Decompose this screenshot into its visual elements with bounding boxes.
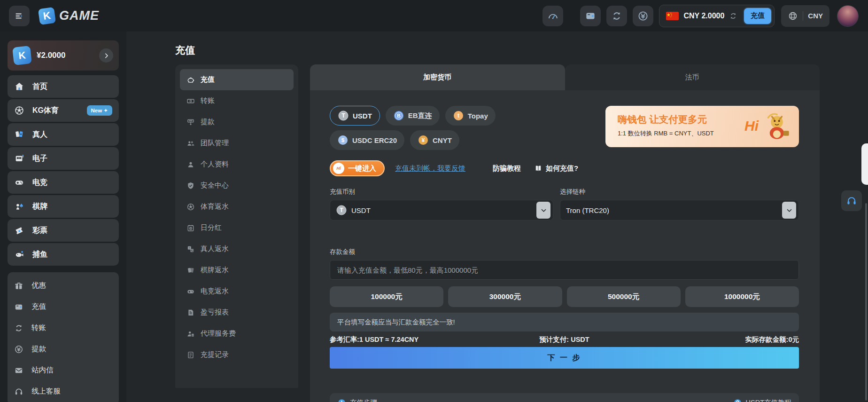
- one-click-enter-button[interactable]: Hi 一键进入: [330, 160, 385, 176]
- shield-check-icon: [186, 181, 195, 190]
- menu-item-security[interactable]: 安全中心: [180, 175, 294, 196]
- menu-item-withdraw[interactable]: 提款: [180, 111, 294, 133]
- channel-cnyt[interactable]: ¥ CNYT: [410, 130, 459, 150]
- sidebar-item-lottery[interactable]: 彩票: [8, 219, 119, 242]
- sidebar-item-transfer[interactable]: 转账: [8, 317, 119, 339]
- rate-row: 参考汇率:1 USDT ≈ 7.24CNY 预计支付: USDT 实际存款金额:…: [330, 335, 799, 344]
- language-selector[interactable]: CNY: [781, 5, 829, 27]
- sidebar-balance-amount: ¥2.0000: [37, 51, 93, 60]
- deposit-panel: 加密货币 法币 T USDT B EB直连: [310, 64, 820, 388]
- agent-icon: [186, 330, 195, 338]
- svg-text:T: T: [341, 112, 345, 119]
- quick-amount-300000[interactable]: 300000元: [448, 286, 562, 307]
- person-icon: [186, 160, 195, 169]
- hi-wallet-banner[interactable]: 嗨钱包 让支付更多元 1:1 数位转换 RMB = CNYT、USDT Hi: [605, 106, 799, 147]
- menu-item-transfer[interactable]: 转账: [180, 90, 294, 111]
- tab-crypto[interactable]: 加密货币: [310, 64, 565, 90]
- envelope-icon: [14, 366, 23, 375]
- sidebar-item-esports[interactable]: 电竞: [8, 171, 119, 194]
- menu-item-label: 个人资料: [201, 160, 229, 169]
- sidebar-item-label: 线上客服: [31, 386, 61, 396]
- topbar-deposit-button[interactable]: 充值: [744, 8, 771, 24]
- channel-usdc-erc20[interactable]: $ USDC ERC20: [330, 130, 404, 150]
- currency-tabs: 加密货币 法币: [310, 64, 820, 90]
- tab-fiat[interactable]: 法币: [565, 64, 820, 90]
- amount-input[interactable]: [330, 260, 799, 280]
- withdraw-button[interactable]: [633, 6, 653, 26]
- menu-item-esports-rebate[interactable]: 电竞返水: [180, 281, 294, 302]
- menu-item-label: 代理服务费: [201, 329, 236, 338]
- menu-item-daily-dividend[interactable]: 日分红: [180, 217, 294, 238]
- usdt-coin-icon: T: [338, 110, 349, 121]
- transfer-button[interactable]: [606, 6, 627, 26]
- menu-item-sports-rebate[interactable]: 体育返水: [180, 196, 294, 217]
- quick-amount-500000[interactable]: 500000元: [567, 286, 681, 307]
- headset-icon: [14, 387, 23, 396]
- brand-logo[interactable]: K GAME: [39, 8, 99, 24]
- sidebar-item-slots[interactable]: 电子: [8, 147, 119, 170]
- channel-usdt[interactable]: T USDT: [330, 106, 380, 126]
- k-coin-icon: K: [12, 46, 32, 65]
- sidebar-balance-card[interactable]: K ¥2.0000: [8, 40, 119, 71]
- menu-item-label: 盈亏报表: [201, 308, 229, 317]
- wallet-topup-button[interactable]: [580, 6, 601, 26]
- reference-rate: 参考汇率:1 USDT ≈ 7.24CNY: [330, 335, 486, 344]
- sidebar-item-withdraw[interactable]: 提款: [8, 339, 119, 360]
- quick-amount-1000000[interactable]: 1000000元: [685, 286, 799, 307]
- currency-select[interactable]: T USDT: [330, 200, 553, 221]
- menu-item-profit-loss-report[interactable]: 盈亏报表: [180, 302, 294, 323]
- avatar[interactable]: [837, 5, 859, 27]
- sidebar: K ¥2.0000 首页 KG体育 New ✦ 真人 电子 电竞 棋牌: [0, 32, 126, 402]
- select-chevron: [782, 202, 796, 219]
- one-click-enter-label: 一键进入: [348, 164, 376, 173]
- fish-icon: [14, 249, 24, 260]
- next-step-button[interactable]: 下 一 步: [330, 347, 799, 369]
- side-widget-handle[interactable]: [861, 143, 868, 185]
- yen-circle-icon: [14, 345, 23, 354]
- balance-expand-button[interactable]: [99, 48, 113, 63]
- usdt-tutorial-link[interactable]: USDT充值教程: [733, 398, 791, 402]
- channel-label: USDC ERC20: [352, 136, 397, 144]
- refresh-icon[interactable]: [729, 12, 737, 20]
- scrollbar-thumb[interactable]: [865, 203, 867, 401]
- menu-item-live-rebate[interactable]: 真人返水: [180, 238, 294, 260]
- deposit-feedback-link[interactable]: 充值未到帐，我要反馈: [395, 164, 465, 173]
- dragon-mascot-icon: [760, 110, 793, 143]
- channel-topay[interactable]: t Topay: [445, 106, 496, 126]
- globe-icon: [788, 11, 798, 21]
- anti-fraud-link[interactable]: 防骗教程: [493, 164, 521, 173]
- menu-item-label: 真人返水: [201, 244, 229, 253]
- sidebar-item-chess-cards[interactable]: 棋牌: [8, 195, 119, 218]
- customer-service-fab[interactable]: [841, 190, 862, 211]
- sidebar-item-promotions[interactable]: 优惠: [8, 275, 119, 296]
- how-to-deposit-link[interactable]: 如何充值?: [534, 164, 578, 173]
- quick-amount-100000[interactable]: 100000元: [330, 286, 443, 307]
- svg-text:T: T: [340, 207, 343, 213]
- menu-item-agent-fee[interactable]: 代理服务费: [180, 323, 294, 344]
- menu-item-chess-rebate[interactable]: 棋牌返水: [180, 260, 294, 281]
- chain-select[interactable]: Tron (TRC20): [560, 200, 799, 221]
- menu-item-transaction-records[interactable]: 充提记录: [180, 344, 294, 365]
- headset-icon: [846, 195, 857, 206]
- amount-field-label: 存款金额: [330, 248, 799, 256]
- channel-eb[interactable]: B EB直连: [386, 106, 440, 126]
- balance-pill[interactable]: CNY 2.0000 充值: [659, 5, 775, 27]
- account-menu: 充值 转账 提款 团队管理 个人资料: [175, 64, 298, 388]
- sidebar-item-deposit[interactable]: 充值: [8, 296, 119, 317]
- menu-item-deposit[interactable]: 充值: [180, 69, 294, 90]
- usdc-coin-icon: $: [337, 134, 349, 146]
- sidebar-item-home[interactable]: 首页: [8, 75, 119, 98]
- deposit-steps-toggle[interactable]: 充值步骤: [337, 398, 377, 402]
- sidebar-item-sports[interactable]: KG体育 New ✦: [8, 99, 119, 122]
- yen-circle-icon: [637, 10, 649, 22]
- hamburger-menu-button[interactable]: [9, 6, 30, 26]
- sidebar-item-messages[interactable]: 站内信: [8, 360, 119, 381]
- dice-icon: [186, 245, 195, 253]
- sidebar-item-customer-service[interactable]: 线上客服: [8, 381, 119, 402]
- sidebar-item-fishing[interactable]: 捕鱼: [8, 243, 119, 266]
- network-status-button[interactable]: [542, 6, 563, 26]
- menu-item-team[interactable]: 团队管理: [180, 133, 294, 154]
- sidebar-item-label: 彩票: [32, 226, 47, 236]
- menu-item-profile[interactable]: 个人资料: [180, 154, 294, 175]
- sidebar-item-live-casino[interactable]: 真人: [8, 123, 119, 146]
